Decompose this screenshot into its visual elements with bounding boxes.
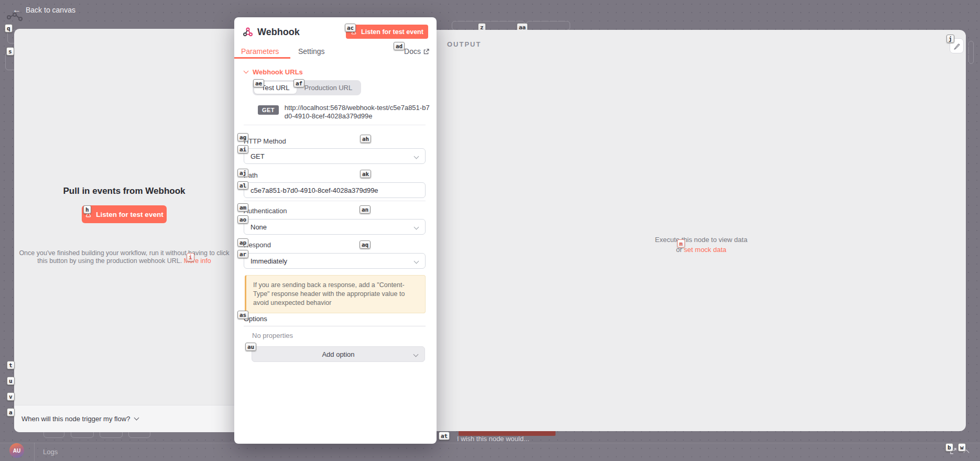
- hint-ae: ae: [253, 79, 264, 87]
- screen: { "overlay": { "back_to_canvas": "Back t…: [0, 0, 980, 461]
- production-url-tab[interactable]: Production URL: [297, 82, 360, 94]
- trigger-hint-text: Once you've finished building your workf…: [19, 249, 230, 265]
- hint-ah: ah: [360, 135, 371, 143]
- hint-b: b: [945, 443, 953, 452]
- respond-select[interactable]: Immediately: [244, 253, 426, 269]
- set-mock-data-link[interactable]: set mock data: [684, 246, 726, 254]
- add-option-select[interactable]: Add option: [252, 346, 425, 362]
- webhook-url[interactable]: http://localhost:5678/webhook-test/c5e7a…: [285, 104, 432, 120]
- back-arrow-icon: ←: [13, 6, 21, 14]
- modal-header: Webhook Listen for test event: [243, 25, 428, 39]
- hint-au: au: [245, 343, 256, 351]
- options-label: Options: [244, 315, 426, 326]
- hint-i: i: [187, 253, 194, 261]
- hint-ai: ai: [237, 145, 248, 153]
- hint-ag: ag: [237, 133, 248, 141]
- webhook-urls-section-toggle[interactable]: Webhook URLs: [244, 68, 303, 76]
- tab-settings[interactable]: Settings: [298, 47, 325, 56]
- hint-a: a: [7, 408, 15, 416]
- chevron-down-icon: [414, 259, 419, 264]
- hint-aq: aq: [360, 240, 371, 249]
- hint-ak: ak: [360, 170, 371, 178]
- hint-q: q: [5, 24, 13, 32]
- logs-divider: [34, 443, 35, 461]
- hint-j: j: [946, 35, 954, 43]
- hint-al: al: [237, 181, 248, 190]
- modal-listen-button[interactable]: Listen for test event: [346, 25, 428, 39]
- hint-m: m: [677, 239, 685, 248]
- authentication-select[interactable]: None: [244, 219, 426, 235]
- hint-aj: aj: [237, 169, 248, 177]
- active-tab-underline: [234, 57, 290, 59]
- http-method-badge: GET: [258, 105, 279, 115]
- chevron-down-icon: [414, 154, 419, 159]
- authentication-label: Authentication: [244, 207, 287, 215]
- trigger-footer-toggle[interactable]: When will this node trigger my flow?: [14, 405, 234, 432]
- hint-at: at: [439, 432, 450, 440]
- listen-test-event-button[interactable]: Listen for test event: [82, 205, 167, 223]
- avatar[interactable]: AU: [9, 443, 24, 458]
- hint-u: u: [7, 377, 15, 385]
- logs-label[interactable]: Logs: [43, 448, 58, 456]
- listen-test-event-label: Listen for test event: [96, 211, 163, 218]
- webhook-icon: [243, 27, 253, 37]
- output-empty-line2: or set mock data: [437, 245, 966, 255]
- hint-h: h: [83, 205, 91, 214]
- hint-ar: ar: [237, 250, 248, 258]
- divider: [244, 201, 426, 201]
- chevron-down-icon: [413, 352, 419, 357]
- hint-af: af: [293, 79, 304, 87]
- webhook-url-row: GET http://localhost:5678/webhook-test/c…: [258, 104, 432, 120]
- output-panel: OUTPUT Execute this node to view data or…: [437, 30, 966, 431]
- http-method-label: HTTP Method: [244, 137, 286, 145]
- http-method-select[interactable]: GET: [244, 148, 426, 164]
- hint-t: t: [7, 361, 15, 369]
- trigger-panel-title: Pull in events from Webhook: [14, 186, 234, 196]
- back-to-canvas-label: Back to canvas: [26, 6, 75, 14]
- hint-as: as: [237, 311, 248, 319]
- node-settings-modal: Webhook Listen for test event Parameters…: [234, 17, 437, 444]
- webhook-urls-label: Webhook URLs: [253, 68, 303, 76]
- hint-v: v: [7, 392, 15, 401]
- back-to-canvas[interactable]: ← Back to canvas: [13, 6, 75, 14]
- canvas-ghost-handle: [968, 41, 974, 64]
- path-input[interactable]: c5e7a851-b7d0-4910-8cef-4028a379d99e: [244, 182, 426, 198]
- hint-ad: ad: [394, 42, 405, 50]
- hint-s: s: [6, 47, 14, 56]
- output-empty-state: Execute this node to view data or set mo…: [437, 235, 966, 255]
- pencil-icon: [953, 42, 961, 50]
- output-empty-line1: Execute this node to view data: [437, 235, 966, 245]
- hint-ac: ac: [345, 24, 356, 32]
- canvas-ghost-tab: [452, 21, 525, 30]
- tab-parameters[interactable]: Parameters: [241, 47, 279, 56]
- content-type-notice: If you are sending back a response, add …: [245, 275, 426, 313]
- divider: [244, 125, 426, 125]
- hint-an: an: [360, 205, 371, 214]
- hint-am: am: [237, 203, 248, 212]
- chevron-down-icon: [244, 69, 249, 74]
- docs-link[interactable]: Docs: [404, 47, 429, 56]
- trigger-panel: Pull in events from Webhook Listen for t…: [14, 29, 234, 432]
- wish-input[interactable]: I wish this node would...: [457, 435, 529, 443]
- hint-ap: ap: [237, 238, 248, 247]
- output-header: OUTPUT: [447, 40, 481, 48]
- trigger-footer-question: When will this node trigger my flow?: [21, 415, 130, 423]
- chevron-down-icon: [134, 415, 139, 421]
- canvas-ghost-tab: [526, 21, 570, 30]
- external-link-icon: [423, 49, 429, 54]
- modal-listen-label: Listen for test event: [361, 28, 423, 36]
- chevron-down-icon: [414, 225, 419, 230]
- url-mode-toggle: Test URL Production URL: [253, 80, 361, 95]
- hint-ao: ao: [237, 215, 248, 224]
- logs-bar: [0, 443, 980, 461]
- options-empty-text: No properties: [252, 332, 293, 339]
- node-title: Webhook: [257, 27, 300, 38]
- hint-w: w: [958, 443, 966, 452]
